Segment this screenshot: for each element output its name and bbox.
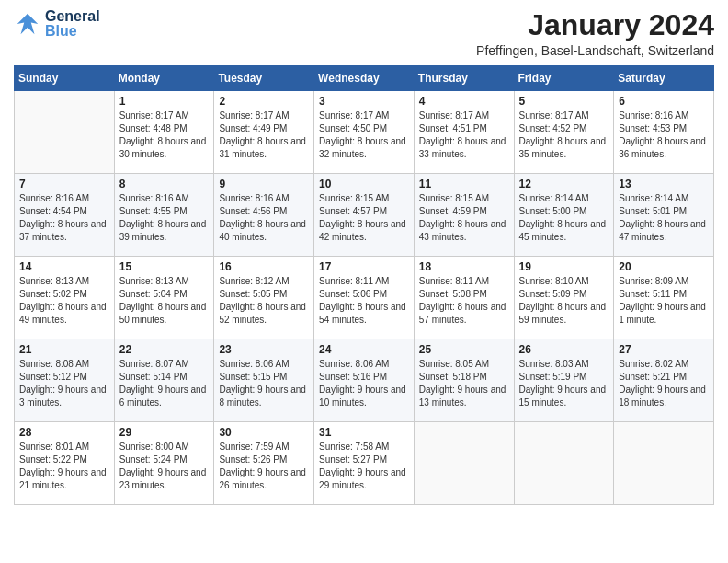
sunset-text: Sunset: 4:55 PM — [119, 206, 188, 216]
weekday-header-row: SundayMondayTuesdayWednesdayThursdayFrid… — [15, 66, 714, 91]
calendar-cell: 29 Sunrise: 8:00 AM Sunset: 5:24 PM Dayl… — [114, 422, 214, 505]
sunset-text: Sunset: 5:01 PM — [619, 206, 687, 216]
day-number: 24 — [319, 343, 409, 356]
calendar-cell: 5 Sunrise: 8:17 AM Sunset: 4:52 PM Dayli… — [514, 91, 614, 174]
daylight-text: Daylight: 9 hours and 13 minutes. — [419, 385, 506, 408]
calendar-cell: 17 Sunrise: 8:11 AM Sunset: 5:06 PM Dayl… — [314, 257, 415, 339]
calendar-cell — [614, 422, 714, 505]
calendar-cell: 6 Sunrise: 8:16 AM Sunset: 4:53 PM Dayli… — [614, 91, 714, 174]
daylight-text: Daylight: 9 hours and 18 minutes. — [619, 385, 706, 408]
day-number: 16 — [219, 260, 309, 273]
calendar-week-row: 7 Sunrise: 8:16 AM Sunset: 4:54 PM Dayli… — [15, 174, 714, 257]
calendar-cell: 19 Sunrise: 8:10 AM Sunset: 5:09 PM Dayl… — [514, 257, 614, 339]
daylight-text: Daylight: 8 hours and 43 minutes. — [419, 219, 506, 242]
day-number: 10 — [319, 178, 409, 190]
cell-info: Sunrise: 8:07 AM Sunset: 5:14 PM Dayligh… — [119, 358, 210, 409]
sunrise-text: Sunrise: 8:12 AM — [219, 276, 289, 286]
day-number: 12 — [519, 178, 609, 190]
day-number: 6 — [619, 95, 709, 108]
sunset-text: Sunset: 4:54 PM — [19, 206, 87, 216]
sunset-text: Sunset: 5:06 PM — [319, 289, 387, 299]
cell-info: Sunrise: 8:17 AM Sunset: 4:52 PM Dayligh… — [519, 109, 609, 161]
day-number: 21 — [19, 343, 109, 356]
sunset-text: Sunset: 5:02 PM — [19, 289, 87, 299]
sunrise-text: Sunrise: 8:17 AM — [219, 110, 289, 121]
calendar-cell: 7 Sunrise: 8:16 AM Sunset: 4:54 PM Dayli… — [15, 174, 115, 257]
cell-info: Sunrise: 8:17 AM Sunset: 4:50 PM Dayligh… — [319, 109, 409, 161]
day-number: 11 — [419, 178, 509, 190]
sunrise-text: Sunrise: 7:58 AM — [319, 442, 389, 452]
daylight-text: Daylight: 8 hours and 49 minutes. — [19, 302, 107, 325]
sunrise-text: Sunrise: 8:00 AM — [119, 442, 189, 452]
calendar-cell: 14 Sunrise: 8:13 AM Sunset: 5:02 PM Dayl… — [15, 257, 115, 339]
sunrise-text: Sunrise: 8:14 AM — [519, 193, 589, 203]
sunset-text: Sunset: 5:16 PM — [319, 372, 387, 382]
day-number: 4 — [419, 95, 509, 108]
sunrise-text: Sunrise: 8:17 AM — [419, 110, 489, 121]
sunset-text: Sunset: 4:53 PM — [619, 123, 687, 133]
sunset-text: Sunset: 5:27 PM — [319, 454, 387, 465]
cell-info: Sunrise: 8:06 AM Sunset: 5:15 PM Dayligh… — [219, 358, 309, 409]
day-number: 13 — [619, 178, 709, 190]
calendar-cell: 10 Sunrise: 8:15 AM Sunset: 4:57 PM Dayl… — [314, 174, 415, 257]
cell-info: Sunrise: 8:14 AM Sunset: 5:01 PM Dayligh… — [619, 192, 709, 244]
daylight-text: Daylight: 9 hours and 26 minutes. — [219, 467, 306, 490]
sunset-text: Sunset: 5:04 PM — [119, 289, 188, 299]
day-number: 15 — [119, 260, 210, 273]
daylight-text: Daylight: 8 hours and 42 minutes. — [319, 219, 406, 242]
cell-info: Sunrise: 8:05 AM Sunset: 5:18 PM Dayligh… — [419, 358, 509, 409]
sunrise-text: Sunrise: 8:17 AM — [119, 110, 189, 121]
sunset-text: Sunset: 5:09 PM — [519, 289, 587, 299]
calendar-cell: 2 Sunrise: 8:17 AM Sunset: 4:49 PM Dayli… — [214, 91, 314, 174]
sunrise-text: Sunrise: 8:07 AM — [119, 359, 189, 369]
sunrise-text: Sunrise: 8:16 AM — [219, 193, 289, 203]
calendar-cell — [514, 422, 614, 505]
calendar-cell: 15 Sunrise: 8:13 AM Sunset: 5:04 PM Dayl… — [114, 257, 214, 339]
daylight-text: Daylight: 9 hours and 29 minutes. — [319, 467, 406, 490]
calendar-cell — [15, 91, 115, 174]
calendar-cell: 23 Sunrise: 8:06 AM Sunset: 5:15 PM Dayl… — [214, 339, 314, 422]
cell-info: Sunrise: 8:13 AM Sunset: 5:02 PM Dayligh… — [19, 275, 109, 327]
cell-info: Sunrise: 8:11 AM Sunset: 5:06 PM Dayligh… — [319, 275, 409, 327]
sunset-text: Sunset: 5:18 PM — [419, 372, 487, 382]
sunrise-text: Sunrise: 8:16 AM — [19, 193, 89, 203]
calendar-cell — [414, 422, 514, 505]
calendar-week-row: 21 Sunrise: 8:08 AM Sunset: 5:12 PM Dayl… — [15, 339, 714, 422]
cell-info: Sunrise: 8:17 AM Sunset: 4:51 PM Dayligh… — [419, 109, 509, 161]
month-title: January 2024 — [476, 9, 714, 41]
cell-info: Sunrise: 8:10 AM Sunset: 5:09 PM Dayligh… — [519, 275, 609, 327]
sunrise-text: Sunrise: 8:16 AM — [119, 193, 189, 203]
sunrise-text: Sunrise: 8:03 AM — [519, 359, 589, 369]
daylight-text: Daylight: 8 hours and 52 minutes. — [219, 302, 306, 325]
sunset-text: Sunset: 5:05 PM — [219, 289, 287, 299]
day-number: 23 — [219, 343, 309, 356]
cell-info: Sunrise: 7:59 AM Sunset: 5:26 PM Dayligh… — [219, 441, 309, 492]
day-number: 18 — [419, 260, 509, 273]
sunrise-text: Sunrise: 8:02 AM — [619, 359, 688, 369]
cell-info: Sunrise: 8:16 AM Sunset: 4:56 PM Dayligh… — [219, 192, 309, 244]
daylight-text: Daylight: 8 hours and 33 minutes. — [419, 136, 506, 159]
daylight-text: Daylight: 9 hours and 8 minutes. — [219, 385, 306, 408]
cell-info: Sunrise: 8:06 AM Sunset: 5:16 PM Dayligh… — [319, 358, 409, 409]
weekday-header-monday: Monday — [114, 66, 214, 91]
daylight-text: Daylight: 8 hours and 32 minutes. — [319, 136, 406, 159]
daylight-text: Daylight: 9 hours and 6 minutes. — [119, 385, 207, 408]
day-number: 8 — [119, 178, 210, 190]
cell-info: Sunrise: 8:09 AM Sunset: 5:11 PM Dayligh… — [619, 275, 709, 327]
general-blue-logo-icon — [14, 10, 41, 38]
cell-info: Sunrise: 8:17 AM Sunset: 4:48 PM Dayligh… — [119, 109, 210, 161]
calendar-cell: 26 Sunrise: 8:03 AM Sunset: 5:19 PM Dayl… — [514, 339, 614, 422]
calendar-cell: 9 Sunrise: 8:16 AM Sunset: 4:56 PM Dayli… — [214, 174, 314, 257]
cell-info: Sunrise: 8:03 AM Sunset: 5:19 PM Dayligh… — [519, 358, 609, 409]
day-number: 19 — [519, 260, 609, 273]
daylight-text: Daylight: 9 hours and 21 minutes. — [19, 467, 107, 490]
sunset-text: Sunset: 5:26 PM — [219, 454, 287, 465]
calendar-cell: 8 Sunrise: 8:16 AM Sunset: 4:55 PM Dayli… — [114, 174, 214, 257]
sunset-text: Sunset: 5:21 PM — [619, 372, 687, 382]
daylight-text: Daylight: 8 hours and 50 minutes. — [119, 302, 207, 325]
daylight-text: Daylight: 8 hours and 57 minutes. — [419, 302, 506, 325]
day-number: 31 — [319, 426, 409, 439]
day-number: 3 — [319, 95, 409, 108]
calendar-cell: 20 Sunrise: 8:09 AM Sunset: 5:11 PM Dayl… — [614, 257, 714, 339]
daylight-text: Daylight: 8 hours and 36 minutes. — [619, 136, 706, 159]
